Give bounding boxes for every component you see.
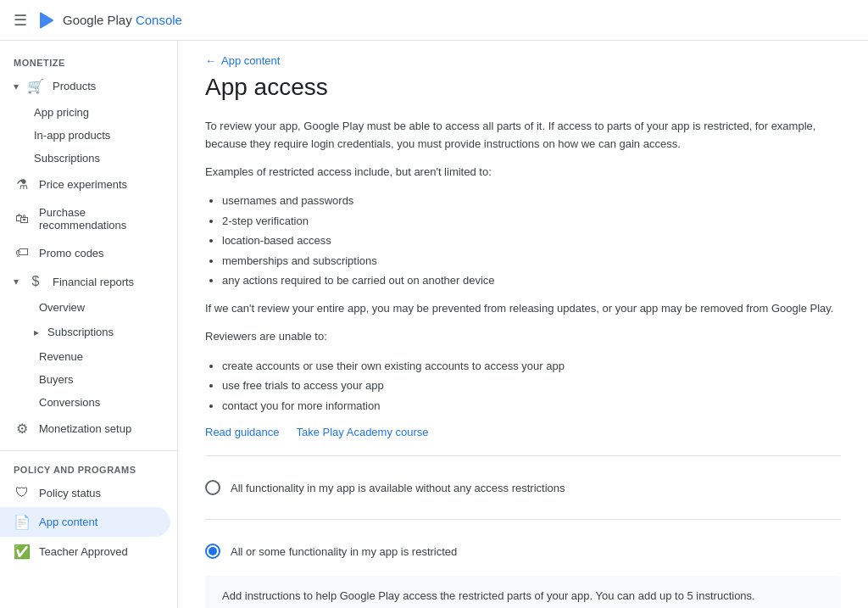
- radio-option-2[interactable]: All or some functionality in my app is r…: [205, 533, 841, 569]
- links-row: Read guidance Take Play Academy course: [205, 426, 841, 438]
- reviewers-label: Reviewers are unable to:: [205, 328, 841, 346]
- logo: Google Play Console: [37, 10, 182, 31]
- bullet-item-3: location-based access: [222, 231, 841, 250]
- sidebar-item-monetization-setup[interactable]: ⚙ Monetization setup: [0, 414, 170, 443]
- dollar-icon: $: [27, 274, 44, 289]
- radio-option-1[interactable]: All functionality in my app is available…: [205, 470, 841, 505]
- sidebar-item-purchase-recommendations[interactable]: 🛍 Purchase recommendations: [0, 199, 170, 238]
- warning-text: If we can't review your entire app, you …: [205, 300, 841, 318]
- rev-bullet-3: contact you for more information: [222, 396, 841, 416]
- sidebar-item-promo-codes[interactable]: 🏷 Promo codes: [0, 238, 170, 267]
- sidebar-item-app-pricing[interactable]: App pricing: [0, 101, 170, 124]
- play-academy-link[interactable]: Take Play Academy course: [296, 426, 428, 438]
- sidebar-item-conversions[interactable]: Conversions: [0, 391, 170, 414]
- chevron-down-icon-fin: ▾: [14, 276, 19, 287]
- play-logo-icon: [37, 10, 58, 31]
- restricted-desc: Add instructions to help Google Play acc…: [222, 589, 824, 602]
- reviewers-list: create accounts or use their own existin…: [222, 356, 841, 416]
- promo-codes-label: Promo codes: [39, 247, 104, 259]
- radio-label-1: All functionality in my app is available…: [231, 482, 565, 494]
- examples-intro: Examples of restricted access include, b…: [205, 164, 841, 181]
- bullet-item-4: memberships and subscriptions: [222, 251, 841, 271]
- sidebar-item-subscriptions-fin[interactable]: ▸ Subscriptions: [0, 319, 170, 345]
- radio-circle-2: [205, 544, 220, 559]
- monetize-section-label: Monetize: [0, 51, 177, 71]
- sidebar-item-products[interactable]: ▾ 🛒 Products: [0, 71, 170, 101]
- sidebar-item-financial-reports[interactable]: ▾ $ Financial reports: [0, 267, 170, 296]
- gear-icon: ⚙: [14, 421, 31, 437]
- sidebar-item-teacher-approved[interactable]: ✅ Teacher Approved: [0, 537, 170, 566]
- sidebar-item-in-app-products[interactable]: In-app products: [0, 124, 170, 147]
- page-title: App access: [205, 74, 841, 101]
- bullet-item-2: 2-step verification: [222, 211, 841, 231]
- price-experiments-label: Price experiments: [39, 178, 127, 191]
- sidebar-item-buyers[interactable]: Buyers: [0, 368, 170, 391]
- policy-section-label: Policy and programs: [0, 458, 177, 478]
- sidebar-item-subscriptions[interactable]: Subscriptions: [0, 147, 170, 170]
- main-content: ← App content App access To review your …: [178, 41, 868, 608]
- rev-bullet-1: create accounts or use their own existin…: [222, 356, 841, 376]
- monetization-setup-label: Monetization setup: [39, 422, 131, 435]
- topbar: ☰ Google Play Console: [0, 0, 868, 41]
- cart-icon: 🛒: [27, 78, 44, 94]
- radio-label-2: All or some functionality in my app is r…: [231, 545, 457, 558]
- bullet-item-5: any actions required to be carried out o…: [222, 271, 841, 290]
- chevron-down-icon: ▾: [14, 81, 19, 92]
- divider-1: [205, 455, 841, 456]
- bullet-item-1: usernames and passwords: [222, 191, 841, 210]
- sidebar-divider: [0, 450, 177, 451]
- restricted-section: Add instructions to help Google Play acc…: [205, 576, 841, 608]
- sidebar-item-policy-status[interactable]: 🛡 Policy status: [0, 478, 170, 507]
- check-circle-icon: ✅: [14, 544, 31, 560]
- products-label: Products: [53, 80, 96, 92]
- desc1: To review your app, Google Play must be …: [205, 118, 841, 153]
- sidebar-item-app-content[interactable]: 📄 App content: [0, 507, 170, 537]
- flask-icon: ⚗: [14, 176, 31, 192]
- breadcrumb[interactable]: ← App content: [205, 54, 841, 67]
- sidebar-item-revenue[interactable]: Revenue: [0, 345, 170, 368]
- breadcrumb-arrow-icon: ←: [205, 54, 216, 67]
- purchase-recommendations-label: Purchase recommendations: [39, 206, 157, 231]
- subscriptions-fin-label: Subscriptions: [47, 326, 114, 338]
- doc-icon: 📄: [14, 514, 31, 530]
- shopping-icon: 🛍: [14, 211, 31, 226]
- app-content-label: App content: [39, 516, 97, 528]
- teacher-approved-label: Teacher Approved: [39, 545, 128, 558]
- policy-status-label: Policy status: [39, 487, 101, 499]
- chevron-right-icon: ▸: [34, 326, 39, 338]
- sidebar-item-price-experiments[interactable]: ⚗ Price experiments: [0, 170, 170, 199]
- read-guidance-link[interactable]: Read guidance: [205, 426, 279, 438]
- divider-2: [205, 519, 841, 520]
- brand-text: Google Play Console: [63, 13, 182, 27]
- shield-icon: 🛡: [14, 485, 31, 500]
- ticket-icon: 🏷: [14, 245, 31, 260]
- restricted-examples-list: usernames and passwords 2-step verificat…: [222, 191, 841, 290]
- sidebar-item-overview[interactable]: Overview: [0, 296, 170, 319]
- financial-reports-label: Financial reports: [53, 276, 134, 288]
- sidebar: Monetize ▾ 🛒 Products App pricing In-app…: [0, 41, 178, 608]
- menu-icon[interactable]: ☰: [14, 11, 27, 30]
- rev-bullet-2: use free trials to access your app: [222, 376, 841, 395]
- radio-circle-1: [205, 480, 220, 495]
- breadcrumb-text: App content: [221, 54, 280, 67]
